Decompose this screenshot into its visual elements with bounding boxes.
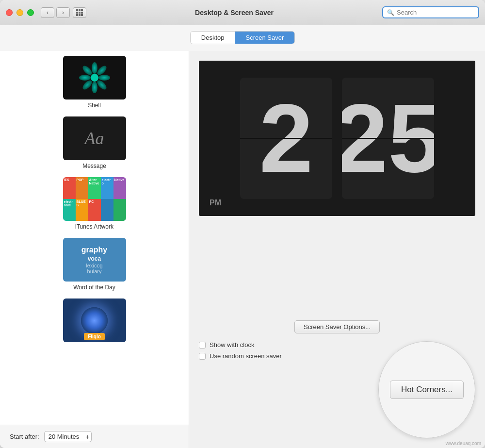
itunes-thumb-grid: IES POP Alter Native electro Native elec…: [63, 177, 126, 221]
fliqlo-thumb-bg: Fliqlo: [63, 299, 126, 342]
svg-point-4: [98, 75, 110, 81]
right-bottom-controls: Screen Saver Options... Show with clock …: [199, 320, 475, 438]
flip-clock: 2 25 PM: [199, 61, 475, 216]
watermark: www.deuaq.com: [446, 441, 481, 446]
itunes-cell-7: BLUES: [76, 199, 88, 221]
itunes-cell-9: [101, 199, 113, 221]
bottom-controls: Show with clock Use random screen saver …: [199, 341, 475, 438]
itunes-cell-2: POP: [76, 177, 88, 199]
wod-text2: voca: [88, 255, 101, 263]
checkboxes-row: Show with clock Use random screen saver: [199, 341, 378, 360]
forward-button[interactable]: ›: [56, 7, 70, 18]
main-content: Shell Aa Message IES: [0, 51, 485, 448]
flip-hour: 2: [259, 90, 313, 187]
fliqlo-badge: Fliqlo: [84, 333, 105, 340]
itunes-cell-1: IES: [63, 177, 76, 199]
svg-point-7: [81, 79, 93, 91]
ampm-label: PM: [210, 199, 221, 207]
random-saver-checkbox[interactable]: [199, 353, 206, 360]
hot-corners-circle: Hot Corners...: [378, 341, 475, 438]
start-after-label: Start after:: [10, 433, 39, 440]
tab-screensaver[interactable]: Screen Saver: [235, 32, 294, 44]
wod-subtext: lexicog: [86, 263, 102, 268]
close-button[interactable]: [6, 9, 13, 16]
shell-flower-icon: [78, 61, 112, 95]
flip-card-hours: 2: [240, 78, 332, 199]
message-aa-text: Aa: [85, 128, 104, 149]
preview-spacer: [199, 216, 475, 320]
random-saver-label: Use random screen saver: [210, 352, 282, 360]
left-controls: Show with clock Use random screen saver: [199, 341, 378, 367]
shell-thumbnail: [63, 56, 126, 100]
itunes-cell-8: PC: [88, 199, 101, 221]
message-thumbnail: Aa: [63, 116, 126, 160]
wod-thumb-bg: graphy voca lexicog bulary: [63, 238, 126, 282]
main-window: ‹ › Desktop & Screen Saver 🔍 Desktop Scr…: [0, 0, 485, 448]
titlebar: ‹ › Desktop & Screen Saver 🔍: [0, 0, 485, 25]
screensaver-item-shell[interactable]: Shell: [10, 56, 179, 109]
options-row: Screen Saver Options...: [199, 320, 475, 333]
itunes-thumbnail: IES POP Alter Native electro Native elec…: [63, 177, 126, 221]
back-button[interactable]: ‹: [41, 7, 54, 18]
itunes-cell-10: [113, 199, 126, 221]
shell-label: Shell: [88, 102, 101, 109]
show-clock-checkbox[interactable]: [199, 342, 206, 348]
start-after-select[interactable]: 1 Minute 2 Minutes 5 Minutes 10 Minutes …: [44, 431, 92, 442]
svg-point-6: [96, 64, 108, 76]
left-bottom-bar: Start after: 1 Minute 2 Minutes 5 Minute…: [0, 425, 189, 448]
shell-thumb-bg: [63, 56, 126, 100]
traffic-lights: [6, 9, 34, 16]
message-thumb-bg: Aa: [63, 116, 126, 160]
window-title: Desktop & Screen Saver: [86, 9, 382, 17]
svg-point-0: [91, 74, 98, 82]
search-box[interactable]: 🔍: [382, 6, 479, 18]
svg-point-5: [81, 64, 93, 76]
screensaver-item-itunes[interactable]: IES POP Alter Native electro Native elec…: [10, 177, 179, 230]
screensaver-item-message[interactable]: Aa Message: [10, 116, 179, 169]
preview-area: 2 25 PM: [199, 61, 475, 216]
screensaver-list: Shell Aa Message IES: [0, 51, 189, 425]
maximize-button[interactable]: [27, 9, 34, 16]
search-icon: 🔍: [387, 9, 394, 16]
show-clock-label: Show with clock: [210, 341, 254, 348]
hot-corners-button[interactable]: Hot Corners...: [390, 381, 464, 399]
svg-point-1: [92, 62, 97, 74]
right-controls: Hot Corners...: [378, 341, 475, 438]
flip-minute: 25: [342, 90, 434, 187]
svg-point-3: [79, 75, 91, 81]
screensaver-item-wod[interactable]: graphy voca lexicog bulary Word of the D…: [10, 238, 179, 291]
wod-text: graphy: [81, 245, 107, 255]
grid-icon: [76, 9, 83, 16]
itunes-cell-6: electronic: [63, 199, 76, 221]
tab-desktop[interactable]: Desktop: [191, 32, 235, 44]
svg-point-2: [92, 82, 97, 93]
itunes-cell-4: electro: [101, 177, 113, 199]
show-clock-item: Show with clock: [199, 341, 378, 348]
start-after-wrapper: 1 Minute 2 Minutes 5 Minutes 10 Minutes …: [44, 431, 92, 442]
itunes-cell-5: Native: [113, 177, 126, 199]
tab-group: Desktop Screen Saver: [190, 31, 295, 44]
wod-thumbnail: graphy voca lexicog bulary: [63, 238, 126, 282]
search-input[interactable]: [397, 9, 474, 16]
itunes-label: iTunes Artwork: [75, 223, 113, 230]
wod-label: Word of the Day: [73, 284, 115, 291]
grid-button[interactable]: [73, 7, 86, 18]
minimize-button[interactable]: [16, 9, 23, 16]
flip-card-minutes: 25: [342, 78, 434, 199]
message-label: Message: [82, 163, 106, 169]
tabs-bar: Desktop Screen Saver: [0, 25, 485, 51]
screen-saver-options-button[interactable]: Screen Saver Options...: [294, 320, 380, 333]
svg-point-8: [96, 79, 108, 91]
random-saver-item: Use random screen saver: [199, 352, 378, 360]
fliqlo-thumbnail: Fliqlo: [63, 299, 126, 342]
screensaver-item-fliqlo[interactable]: Fliqlo: [10, 299, 179, 345]
itunes-cell-3: Alter Native: [88, 177, 101, 199]
fliqlo-glow: [81, 307, 108, 334]
left-panel: Shell Aa Message IES: [0, 51, 189, 448]
nav-buttons: ‹ ›: [41, 7, 70, 18]
wod-subtext2: bulary: [87, 268, 102, 274]
right-panel: 2 25 PM Screen Saver Options...: [189, 51, 485, 448]
